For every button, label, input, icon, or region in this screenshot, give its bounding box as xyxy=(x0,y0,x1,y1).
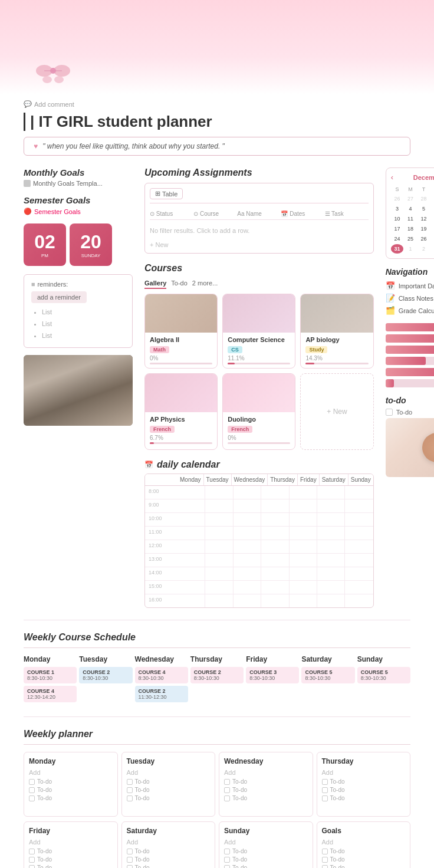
cal-cell[interactable] xyxy=(290,594,317,607)
cal-cell[interactable] xyxy=(345,540,373,553)
cal-cell[interactable] xyxy=(205,594,233,607)
planner-checkbox[interactable] xyxy=(127,857,133,863)
planner-checkbox[interactable] xyxy=(29,779,35,785)
cal-cell[interactable] xyxy=(345,486,373,499)
cal-day[interactable]: 20 xyxy=(430,224,434,234)
cal-day[interactable]: 26 xyxy=(391,194,404,203)
courses-tab-more[interactable]: 2 more... xyxy=(192,278,218,289)
cal-cell[interactable] xyxy=(234,527,261,540)
cal-cell[interactable] xyxy=(177,554,205,567)
cal-day[interactable]: 4 xyxy=(404,204,417,213)
cal-cell[interactable] xyxy=(205,527,233,540)
planner-add-goals[interactable]: Add xyxy=(322,839,334,846)
course-card-physics[interactable]: AP Physics French 6.7% xyxy=(144,373,218,450)
courses-tab-todo[interactable]: To-do xyxy=(171,278,188,289)
cal-cell[interactable] xyxy=(177,499,205,512)
cal-cell[interactable] xyxy=(234,581,261,594)
cal-cell[interactable] xyxy=(345,581,373,594)
planner-checkbox[interactable] xyxy=(29,865,35,869)
cal-day[interactable]: 17 xyxy=(391,224,404,234)
cal-cell[interactable] xyxy=(261,527,289,540)
cal-prev-button[interactable]: ‹ xyxy=(391,173,393,182)
cal-cell[interactable] xyxy=(317,567,345,580)
cal-cell[interactable] xyxy=(290,581,317,594)
planner-checkbox[interactable] xyxy=(322,795,328,801)
cal-cell[interactable] xyxy=(177,594,205,607)
planner-checkbox[interactable] xyxy=(224,849,230,854)
cal-cell[interactable] xyxy=(290,567,317,580)
cal-cell[interactable] xyxy=(177,567,205,580)
planner-checkbox[interactable] xyxy=(224,865,230,869)
cal-cell[interactable] xyxy=(290,513,317,526)
cal-cell[interactable] xyxy=(317,581,345,594)
cal-cell[interactable] xyxy=(317,499,345,512)
cal-cell[interactable] xyxy=(234,567,261,580)
cal-cell[interactable] xyxy=(261,499,289,512)
planner-add-sunday[interactable]: Add xyxy=(224,839,236,846)
cal-cell[interactable] xyxy=(177,540,205,553)
cal-day[interactable]: 28 xyxy=(417,194,430,203)
cal-cell[interactable] xyxy=(234,554,261,567)
cal-cell[interactable] xyxy=(290,499,317,512)
cal-cell[interactable] xyxy=(317,554,345,567)
planner-add-friday[interactable]: Add xyxy=(29,839,41,846)
cal-day[interactable]: 27 xyxy=(404,194,417,203)
cal-cell[interactable] xyxy=(345,567,373,580)
course-card-duolingo[interactable]: Duolingo French 0% xyxy=(222,373,295,450)
cal-cell[interactable] xyxy=(177,486,205,499)
cal-cell[interactable] xyxy=(317,527,345,540)
cal-cell[interactable] xyxy=(177,581,205,594)
cal-cell[interactable] xyxy=(234,499,261,512)
add-reminder-button[interactable]: add a reminder xyxy=(31,291,87,303)
cal-cell[interactable] xyxy=(317,594,345,607)
planner-add-thursday[interactable]: Add xyxy=(322,769,334,776)
cal-cell[interactable] xyxy=(261,567,289,580)
cal-cell[interactable] xyxy=(234,594,261,607)
course-card-algebra[interactable]: Algebra II Math 0% xyxy=(144,294,218,369)
cal-day[interactable]: 3 xyxy=(430,244,434,254)
planner-checkbox[interactable] xyxy=(29,795,35,801)
cal-cell[interactable] xyxy=(205,567,233,580)
cal-day[interactable]: 18 xyxy=(404,224,417,234)
planner-add-tuesday[interactable]: Add xyxy=(127,769,139,776)
cal-cell[interactable] xyxy=(234,513,261,526)
todo-checkbox[interactable] xyxy=(386,409,393,416)
cal-cell[interactable] xyxy=(205,554,233,567)
planner-checkbox[interactable] xyxy=(322,779,328,785)
cal-cell[interactable] xyxy=(261,486,289,499)
cal-day[interactable]: 24 xyxy=(391,234,404,244)
cal-cell[interactable] xyxy=(177,513,205,526)
course-card-cs[interactable]: Computer Science CS 11.1% xyxy=(222,294,295,369)
cal-day[interactable]: 27 xyxy=(430,234,434,244)
cal-cell[interactable] xyxy=(261,513,289,526)
nav-item-grades[interactable]: 🗂️ Grade Calculator xyxy=(386,306,434,315)
monthly-goals-link[interactable]: Monthly Goals Templa... xyxy=(24,180,133,187)
planner-checkbox[interactable] xyxy=(127,865,133,869)
planner-checkbox[interactable] xyxy=(127,787,133,793)
cal-cell[interactable] xyxy=(290,486,317,499)
planner-checkbox[interactable] xyxy=(29,857,35,863)
cal-cell[interactable] xyxy=(317,540,345,553)
cal-cell[interactable] xyxy=(345,554,373,567)
planner-add-wednesday[interactable]: Add xyxy=(224,769,236,776)
cal-cell[interactable] xyxy=(317,513,345,526)
cal-day[interactable]: 25 xyxy=(404,234,417,244)
cal-cell[interactable] xyxy=(345,594,373,607)
cal-cell[interactable] xyxy=(234,486,261,499)
add-comment-row[interactable]: 💬 Add comment xyxy=(24,100,410,108)
cal-cell[interactable] xyxy=(205,581,233,594)
cal-day[interactable]: 1 xyxy=(404,244,417,254)
cal-day[interactable]: 13 xyxy=(430,214,434,223)
planner-add-monday[interactable]: Add xyxy=(29,769,41,776)
planner-checkbox[interactable] xyxy=(322,865,328,869)
cal-day[interactable]: 6 xyxy=(430,204,434,213)
planner-checkbox[interactable] xyxy=(29,787,35,793)
planner-checkbox[interactable] xyxy=(224,795,230,801)
cal-cell[interactable] xyxy=(345,499,373,512)
cal-cell[interactable] xyxy=(290,527,317,540)
cal-cell[interactable] xyxy=(205,540,233,553)
cal-cell[interactable] xyxy=(290,554,317,567)
planner-checkbox[interactable] xyxy=(322,849,328,854)
nav-item-notes[interactable]: 📝 Class Notes xyxy=(386,294,434,303)
cal-day-today[interactable]: 31 xyxy=(391,244,404,254)
